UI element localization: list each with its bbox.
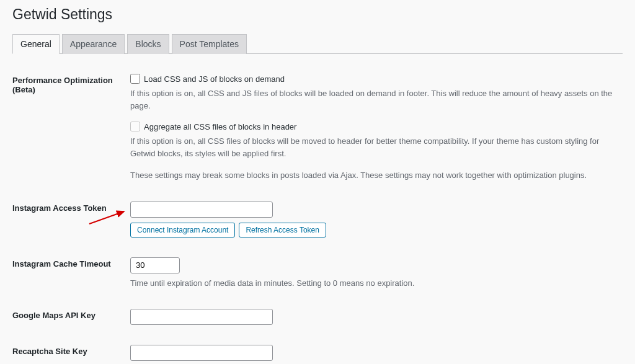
row-instagram-cache: Instagram Cache Timeout Time until expir…: [12, 250, 623, 302]
tab-appearance[interactable]: Appearance: [62, 34, 125, 54]
tab-general[interactable]: General: [12, 34, 60, 54]
tab-blocks[interactable]: Blocks: [127, 34, 169, 54]
label-google-maps: Google Maps API Key: [12, 301, 130, 337]
tab-post-templates[interactable]: Post Templates: [172, 34, 247, 54]
label-aggregate-css[interactable]: Aggregate all CSS files of blocks in hea…: [144, 122, 296, 131]
row-performance: Performance Optimization (Beta) Load CSS…: [12, 66, 623, 194]
connect-instagram-button[interactable]: Connect Instagram Account: [130, 223, 235, 237]
input-instagram-token[interactable]: [130, 202, 273, 218]
label-instagram-cache: Instagram Cache Timeout: [12, 250, 130, 302]
row-recaptcha-site: Recaptcha Site Key: [12, 337, 623, 364]
desc-instagram-cache: Time until expiration of media data in m…: [130, 277, 616, 290]
desc-performance-note: These settings may break some blocks in …: [130, 169, 616, 182]
page-title: Getwid Settings: [12, 6, 623, 23]
input-instagram-cache[interactable]: [130, 257, 180, 273]
label-recaptcha-site: Recaptcha Site Key: [12, 337, 130, 364]
label-instagram-token: Instagram Access Token: [12, 194, 130, 250]
refresh-token-button[interactable]: Refresh Access Token: [239, 223, 326, 237]
desc-aggregate-css: If this option is on, all CSS files of b…: [130, 135, 616, 159]
label-performance: Performance Optimization (Beta): [12, 66, 130, 194]
checkbox-aggregate-css[interactable]: [130, 122, 140, 131]
desc-load-on-demand: If this option is on, all CSS and JS fil…: [130, 87, 616, 112]
label-load-on-demand[interactable]: Load CSS and JS of blocks on demand: [144, 74, 285, 84]
row-instagram-token: Instagram Access Token Connect Instagram…: [12, 194, 623, 250]
settings-form: Performance Optimization (Beta) Load CSS…: [12, 66, 623, 364]
input-google-maps[interactable]: [130, 309, 273, 325]
row-google-maps: Google Maps API Key: [12, 301, 623, 337]
settings-tabs: General Appearance Blocks Post Templates: [12, 34, 623, 54]
checkbox-load-on-demand[interactable]: [130, 74, 140, 84]
input-recaptcha-site[interactable]: [130, 345, 273, 361]
